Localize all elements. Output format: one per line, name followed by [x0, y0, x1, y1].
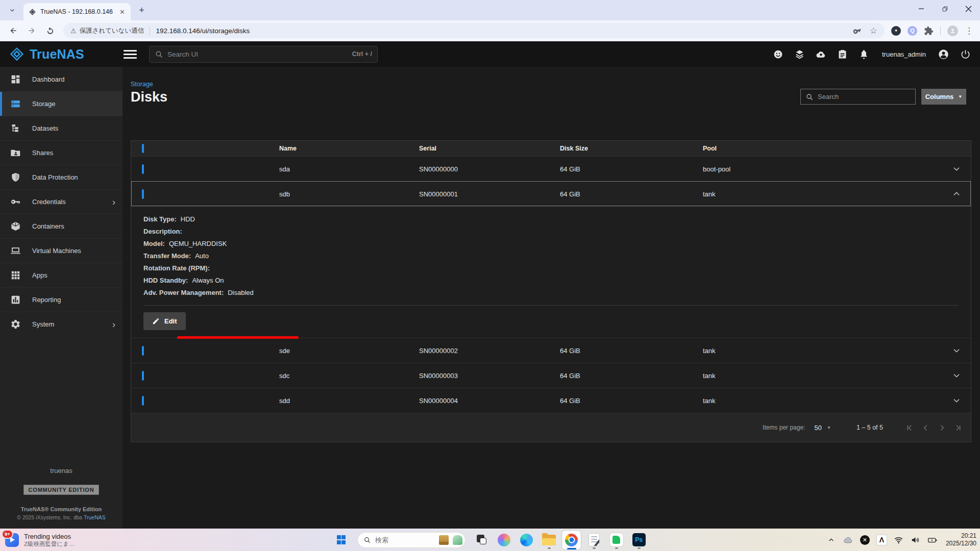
sidebar-item-dashboard[interactable]: Dashboard [0, 67, 122, 91]
items-per-page-caret-icon[interactable]: ▼ [827, 425, 831, 430]
file-explorer-button[interactable] [540, 531, 558, 549]
detail-field-value: QEMU_HARDDISK [169, 238, 227, 250]
wifi-icon[interactable] [894, 535, 904, 545]
taskbar-search[interactable] [357, 532, 465, 548]
table-header-row[interactable]: Name Serial Disk Size Pool [131, 141, 971, 156]
truecommand-cloud-icon[interactable] [816, 49, 826, 60]
taskbar-clock[interactable]: 20:21 2025/12/30 [946, 532, 976, 547]
tray-lambda-app-icon[interactable]: Λ [876, 535, 887, 545]
detail-field-label: Rotation Rate (RPM): [143, 262, 210, 274]
row-checkbox[interactable] [142, 164, 144, 174]
extension-q-icon[interactable]: Q [908, 26, 917, 36]
feedback-smiley-icon[interactable] [773, 49, 783, 60]
sidebar-item-virtual-machines[interactable]: Virtual Machines [0, 238, 122, 263]
table-search-field[interactable] [800, 89, 916, 105]
breadcrumb[interactable]: Storage [131, 81, 153, 88]
chrome-button[interactable] [562, 531, 581, 549]
sidebar-item-apps[interactable]: Apps [0, 263, 122, 287]
new-tab-button[interactable]: + [135, 3, 149, 17]
taskbar-search-input[interactable] [375, 536, 435, 544]
reload-icon [46, 27, 55, 35]
table-row-sdb[interactable]: sdb SN00000001 64 GiB tank [131, 181, 971, 206]
chevron-down-icon [9, 7, 15, 13]
row-checkbox[interactable] [142, 396, 144, 406]
task-view-button[interactable] [472, 531, 491, 549]
tab-close-icon[interactable]: ✕ [118, 8, 127, 16]
extension-adblock-icon[interactable] [891, 26, 901, 36]
page-title: Disks [131, 89, 167, 105]
back-button[interactable] [5, 22, 21, 39]
jobs-clipboard-icon[interactable] [837, 49, 848, 60]
table-row-sdd[interactable]: sdd SN00000004 64 GiB tank [131, 388, 971, 413]
start-button[interactable] [332, 531, 351, 549]
power-icon[interactable] [960, 49, 971, 60]
table-search-input[interactable] [818, 93, 911, 101]
alerts-bell-icon[interactable] [859, 49, 869, 60]
sidebar-item-datasets[interactable]: Datasets [0, 116, 122, 140]
ui-search-field[interactable]: Ctrl + / [149, 46, 378, 63]
row-expand-toggle[interactable] [951, 370, 962, 381]
row-expand-toggle[interactable] [951, 395, 962, 406]
checkup-layers-icon[interactable] [794, 49, 805, 60]
row-expand-toggle[interactable] [951, 188, 962, 199]
browser-tab-active[interactable]: TrueNAS - 192.168.0.146 ✕ [23, 3, 131, 20]
edge-button[interactable] [517, 531, 536, 549]
last-page-button[interactable] [951, 421, 965, 434]
truenas-header: TrueNAS Ctrl + / truenas_admin [0, 41, 980, 67]
photoshop-button[interactable]: Ps [629, 531, 648, 549]
tray-chevron-up-icon[interactable] [826, 535, 837, 545]
detail-field-value: Always On [192, 274, 224, 287]
select-all-checkbox[interactable] [142, 144, 144, 153]
forward-button[interactable] [23, 22, 40, 39]
sidebar-item-system[interactable]: System › [0, 312, 122, 336]
sidebar-item-containers[interactable]: Containers [0, 214, 122, 238]
tab-search-button[interactable] [5, 3, 19, 17]
sidebar-item-data-protection[interactable]: Data Protection [0, 165, 122, 189]
security-label: 保護されていない通信 [80, 27, 144, 35]
volume-icon[interactable] [911, 535, 921, 545]
sidebar-item-reporting[interactable]: Reporting [0, 287, 122, 312]
ui-search-input[interactable] [167, 51, 348, 58]
row-expand-toggle[interactable] [951, 345, 962, 356]
truenas-link[interactable]: TrueNAS [84, 514, 106, 520]
items-per-page-value[interactable]: 50 [814, 424, 821, 432]
sidebar-item-storage[interactable]: Storage [0, 91, 122, 116]
next-page-button[interactable] [935, 421, 948, 434]
reload-button[interactable] [42, 22, 58, 39]
sidebar-item-shares[interactable]: Shares [0, 140, 122, 165]
table-row-sdc[interactable]: sdc SN00000003 64 GiB tank [131, 363, 971, 388]
sidebar-item-credentials[interactable]: Credentials › [0, 189, 122, 214]
profile-avatar[interactable] [947, 26, 958, 36]
evernote-button[interactable] [607, 531, 626, 549]
battery-icon[interactable] [927, 535, 938, 545]
row-expand-toggle[interactable] [951, 163, 962, 174]
bookmark-star-icon[interactable]: ☆ [870, 27, 877, 35]
columns-button[interactable]: Columns ▼ [921, 89, 966, 105]
table-row-sde[interactable]: sde SN00000002 64 GiB tank [131, 338, 971, 363]
search-shortcut-hint: Ctrl + / [352, 51, 372, 58]
window-restore-button[interactable] [933, 0, 957, 17]
row-checkbox[interactable] [142, 346, 144, 356]
hamburger-menu-icon[interactable] [124, 50, 137, 59]
truenas-logo[interactable]: TrueNAS [9, 46, 111, 62]
tray-x-app-icon[interactable]: ✕ [860, 535, 870, 545]
password-key-icon[interactable] [852, 26, 862, 36]
table-row-sda[interactable]: sda SN00000000 64 GiB boot-pool [131, 156, 971, 181]
address-bar[interactable]: ⚠ 保護されていない通信 192.168.0.146/ui/storage/di… [63, 23, 885, 38]
first-page-button[interactable] [902, 421, 916, 434]
detail-field-label: Adv. Power Management: [143, 287, 224, 299]
widgets-button[interactable]: 9+ Trending videos Z級映画監督にま… [5, 533, 75, 547]
window-minimize-button[interactable] [910, 0, 933, 17]
onedrive-icon[interactable] [843, 535, 853, 545]
row-checkbox[interactable] [142, 189, 144, 199]
row-checkbox[interactable] [142, 371, 144, 381]
edit-disk-button[interactable]: Edit [143, 312, 186, 330]
copilot-button[interactable] [495, 531, 513, 549]
extensions-puzzle-icon[interactable] [924, 26, 934, 36]
window-close-button[interactable] [957, 0, 980, 17]
previous-page-button[interactable] [919, 421, 932, 434]
security-chip[interactable]: ⚠ 保護されていない通信 [70, 27, 150, 35]
notepad-button[interactable] [584, 531, 603, 549]
user-avatar-icon[interactable] [938, 48, 949, 60]
browser-menu-icon[interactable]: ⋮ [965, 26, 973, 36]
